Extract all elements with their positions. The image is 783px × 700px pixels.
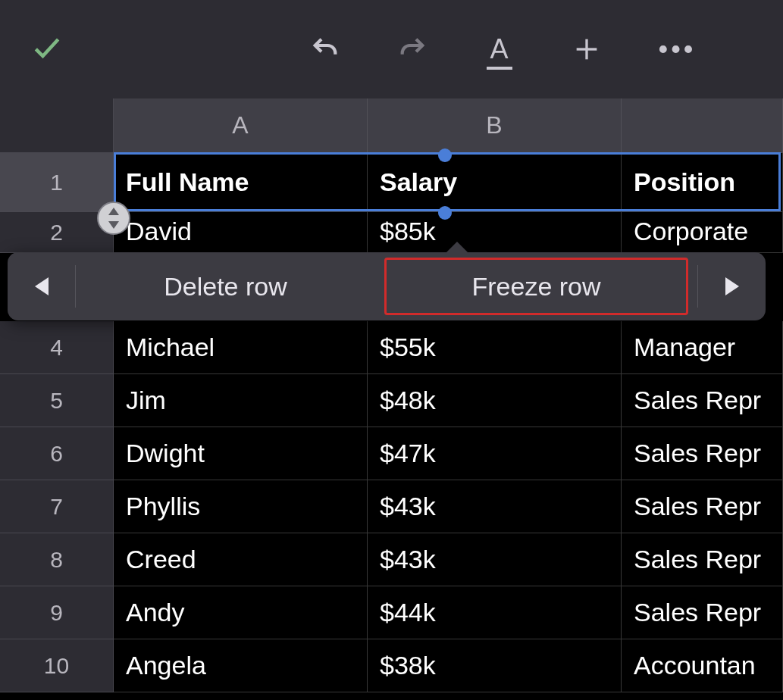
text-format-icon[interactable]: A bbox=[484, 33, 515, 65]
row-header-9[interactable]: 9 bbox=[0, 586, 114, 639]
cell-b2[interactable]: $85k bbox=[368, 212, 622, 253]
row-resize-handle[interactable] bbox=[97, 202, 130, 235]
toolbar: A ••• bbox=[0, 0, 783, 98]
selection-handle-top[interactable] bbox=[438, 148, 452, 162]
cell-c4[interactable]: Manager bbox=[622, 321, 783, 374]
cell-a7[interactable]: Phyllis bbox=[114, 480, 368, 533]
row-header-4[interactable]: 4 bbox=[0, 321, 114, 374]
context-menu: Delete row Freeze row bbox=[8, 252, 766, 320]
cell-b8[interactable]: $43k bbox=[368, 533, 622, 586]
cell-c6[interactable]: Sales Repr bbox=[622, 427, 783, 480]
arrow-down-icon bbox=[108, 221, 119, 229]
row-header-6[interactable]: 6 bbox=[0, 427, 114, 480]
cell-b4[interactable]: $55k bbox=[368, 321, 622, 374]
menu-item-delete-row[interactable]: Delete row bbox=[76, 252, 375, 320]
cell-c8[interactable]: Sales Repr bbox=[622, 533, 783, 586]
triangle-left-icon bbox=[35, 277, 49, 295]
cell-c1[interactable]: Position bbox=[622, 153, 783, 212]
cell-a8[interactable]: Creed bbox=[114, 533, 368, 586]
cell-c9[interactable]: Sales Repr bbox=[622, 586, 783, 639]
cell-b7[interactable]: $43k bbox=[368, 480, 622, 533]
menu-scroll-left[interactable] bbox=[8, 265, 76, 308]
table-row: 4 Michael $55k Manager bbox=[0, 321, 783, 374]
cell-a1[interactable]: Full Name bbox=[114, 153, 368, 212]
selection-handle-bottom[interactable] bbox=[438, 206, 452, 220]
cell-c10[interactable]: Accountan bbox=[622, 639, 783, 692]
row-header-8[interactable]: 8 bbox=[0, 533, 114, 586]
more-icon[interactable]: ••• bbox=[659, 34, 697, 64]
triangle-right-icon bbox=[725, 277, 739, 295]
row-header-7[interactable]: 7 bbox=[0, 480, 114, 533]
table-row: 9 Andy $44k Sales Repr bbox=[0, 586, 783, 639]
cell-a9[interactable]: Andy bbox=[114, 586, 368, 639]
cell-b5[interactable]: $48k bbox=[368, 374, 622, 427]
spreadsheet: A B 1 Full Name Salary Position 2 David … bbox=[0, 98, 783, 692]
undo-icon[interactable] bbox=[310, 34, 340, 64]
table-row: 5 Jim $48k Sales Repr bbox=[0, 374, 783, 427]
table-row: 10 Angela $38k Accountan bbox=[0, 639, 783, 692]
row-header-10[interactable]: 10 bbox=[0, 639, 114, 692]
cell-a6[interactable]: Dwight bbox=[114, 427, 368, 480]
menu-item-freeze-row[interactable]: Freeze row bbox=[384, 258, 688, 315]
row-header-1[interactable]: 1 bbox=[0, 153, 114, 212]
table-row: 6 Dwight $47k Sales Repr bbox=[0, 427, 783, 480]
cell-a2[interactable]: David bbox=[114, 212, 368, 253]
cell-b9[interactable]: $44k bbox=[368, 586, 622, 639]
column-header-c[interactable] bbox=[622, 98, 783, 153]
table-row: 8 Creed $43k Sales Repr bbox=[0, 533, 783, 586]
cell-b10[interactable]: $38k bbox=[368, 639, 622, 692]
cell-b6[interactable]: $47k bbox=[368, 427, 622, 480]
redo-icon[interactable] bbox=[397, 34, 428, 64]
menu-scroll-right[interactable] bbox=[697, 265, 766, 308]
corner-cell[interactable] bbox=[0, 98, 114, 153]
column-headers: A B bbox=[0, 98, 783, 153]
plus-icon[interactable] bbox=[572, 34, 602, 64]
column-header-b[interactable]: B bbox=[368, 98, 622, 153]
cell-a5[interactable]: Jim bbox=[114, 374, 368, 427]
cell-a4[interactable]: Michael bbox=[114, 321, 368, 374]
cell-a10[interactable]: Angela bbox=[114, 639, 368, 692]
cell-c5[interactable]: Sales Repr bbox=[622, 374, 783, 427]
table-row: 7 Phyllis $43k Sales Repr bbox=[0, 480, 783, 533]
column-header-a[interactable]: A bbox=[114, 98, 368, 153]
context-menu-pointer bbox=[443, 242, 471, 255]
cell-c2[interactable]: Corporate bbox=[622, 212, 783, 253]
row-header-5[interactable]: 5 bbox=[0, 374, 114, 427]
confirm-icon[interactable] bbox=[30, 31, 64, 64]
cell-b1[interactable]: Salary bbox=[368, 153, 622, 212]
cell-c7[interactable]: Sales Repr bbox=[622, 480, 783, 533]
arrow-up-icon bbox=[108, 208, 119, 215]
